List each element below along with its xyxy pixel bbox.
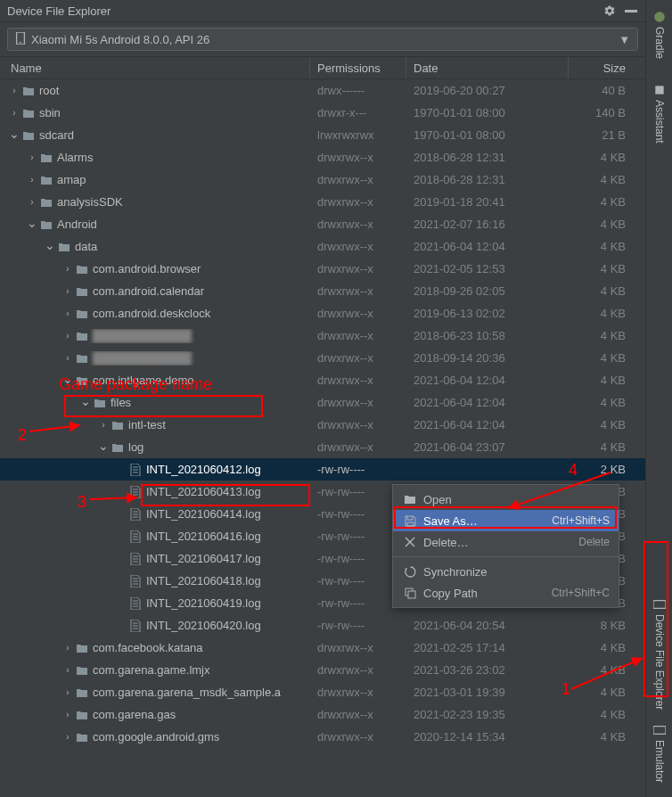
tab-gradle[interactable]: Gradle bbox=[650, 4, 669, 66]
expand-arrow-icon[interactable]: ⌄ bbox=[96, 440, 111, 453]
file-date: 2019-06-13 02:02 bbox=[406, 307, 569, 320]
svg-point-27 bbox=[654, 12, 665, 22]
file-date: 2021-06-04 23:07 bbox=[406, 440, 569, 454]
file-permissions: drwxrwx--x bbox=[310, 262, 406, 275]
expand-arrow-icon[interactable]: › bbox=[7, 108, 21, 118]
file-row[interactable]: ›Alarmsdrwxrwx--x2018-06-28 12:314 KB bbox=[0, 146, 645, 168]
svg-rect-2 bbox=[19, 42, 22, 43]
expand-arrow-icon[interactable]: › bbox=[96, 420, 111, 430]
expand-arrow-icon[interactable]: › bbox=[61, 687, 75, 697]
file-row[interactable]: ⌄Androiddrwxrwx--x2021-02-07 16:164 KB bbox=[0, 213, 645, 235]
expand-arrow-icon[interactable]: › bbox=[25, 175, 39, 185]
menu-item-synchronize[interactable]: Synchronize bbox=[393, 561, 619, 582]
file-date: 2018-06-28 12:31 bbox=[406, 173, 569, 186]
panel-header: Device File Explorer bbox=[0, 0, 645, 22]
menu-item-label: Save As… bbox=[423, 514, 552, 528]
expand-arrow-icon[interactable]: ⌄ bbox=[61, 374, 75, 386]
menu-item-shortcut: Ctrl+Shift+C bbox=[552, 587, 610, 599]
save-icon bbox=[402, 515, 418, 527]
expand-arrow-icon[interactable]: › bbox=[25, 152, 39, 162]
file-row[interactable]: ›com.garena.gasdrwxrwx--x2021-02-23 19:3… bbox=[0, 703, 645, 726]
expand-arrow-icon[interactable]: › bbox=[61, 710, 75, 719]
file-size: 4 KB bbox=[569, 396, 636, 409]
file-size: 2 KB bbox=[569, 463, 636, 476]
expand-arrow-icon[interactable]: ⌄ bbox=[78, 396, 93, 408]
expand-arrow-icon[interactable]: › bbox=[61, 331, 75, 341]
expand-arrow-icon[interactable]: › bbox=[61, 665, 75, 675]
expand-arrow-icon[interactable]: › bbox=[7, 86, 21, 95]
tab-assistant[interactable]: Assistant bbox=[650, 77, 669, 151]
file-size: 140 B bbox=[569, 106, 636, 119]
tab-device-file-explorer[interactable]: Device File Explorer bbox=[650, 591, 669, 717]
file-permissions: -rw-rw---- bbox=[310, 463, 406, 476]
expand-arrow-icon[interactable]: ⌄ bbox=[25, 218, 39, 230]
column-header-name[interactable]: Name bbox=[0, 57, 310, 78]
expand-arrow-icon[interactable]: › bbox=[61, 643, 75, 653]
file-row[interactable]: ⌄datadrwxrwx--x2021-06-04 12:044 KB bbox=[0, 235, 645, 258]
minimize-icon[interactable] bbox=[624, 4, 638, 18]
menu-item-save-as[interactable]: Save As…Ctrl+Shift+S bbox=[393, 510, 619, 531]
expand-arrow-icon[interactable]: › bbox=[61, 264, 75, 274]
file-row[interactable]: ›intl-testdrwxrwx--x2021-06-04 12:044 KB bbox=[0, 414, 645, 436]
device-selector-dropdown[interactable]: Xiaomi Mi 5s Android 8.0.0, API 26 ▼ bbox=[7, 28, 638, 51]
column-header-permissions[interactable]: Permissions bbox=[310, 57, 406, 78]
file-row[interactable]: ›com.google.android.gmsdrwxrwx--x2020-12… bbox=[0, 726, 645, 748]
file-permissions: drwxrwx--x bbox=[310, 218, 406, 231]
folder-icon bbox=[111, 440, 125, 455]
folder-icon bbox=[57, 240, 71, 254]
expand-arrow-icon[interactable]: › bbox=[61, 308, 75, 318]
file-permissions: drwxrwx--x bbox=[310, 173, 406, 186]
file-row[interactable]: ›amapdrwxrwx--x2018-06-28 12:314 KB bbox=[0, 168, 645, 191]
file-size: 40 B bbox=[569, 84, 636, 97]
file-row[interactable]: ›INTL_2021060412.log-rw-rw----2 KB bbox=[0, 458, 645, 481]
file-row[interactable]: ›████████████drwxrwx--x2018-09-14 20:364… bbox=[0, 347, 645, 369]
file-row[interactable]: ⌄com.intlgame.demodrwxrwx--x2021-06-04 1… bbox=[0, 369, 645, 391]
file-row[interactable]: ›sbindrwxr-x---1970-01-01 08:00140 B bbox=[0, 102, 645, 124]
file-row[interactable]: ›com.android.calendardrwxrwx--x2018-09-2… bbox=[0, 280, 645, 302]
file-permissions: drwxrwx--x bbox=[310, 730, 406, 744]
file-permissions: drwxrwx--x bbox=[310, 195, 406, 209]
expand-arrow-icon[interactable]: › bbox=[25, 197, 39, 207]
file-name: Android bbox=[57, 218, 97, 231]
file-size: 4 KB bbox=[569, 151, 636, 164]
file-name: sdcard bbox=[39, 128, 74, 142]
file-row[interactable]: ›analysisSDKdrwxrwx--x2019-01-18 20:414 … bbox=[0, 191, 645, 213]
expand-arrow-icon[interactable]: ⌄ bbox=[7, 128, 21, 141]
file-permissions: drwxrwx--x bbox=[310, 440, 406, 454]
file-row[interactable]: ›com.garena.game.lmjxdrwxrwx--x2021-03-2… bbox=[0, 659, 645, 681]
menu-item-copy-path[interactable]: Copy PathCtrl+Shift+C bbox=[393, 582, 619, 604]
column-header-size[interactable]: Size bbox=[569, 57, 636, 78]
file-icon bbox=[128, 507, 143, 522]
file-row[interactable]: ⌄logdrwxrwx--x2021-06-04 23:074 KB bbox=[0, 436, 645, 458]
file-row[interactable]: ›INTL_2021060420.log-rw-rw----2021-06-04… bbox=[0, 614, 645, 637]
menu-item-label: Delete… bbox=[423, 536, 578, 549]
file-row[interactable]: ›████████████drwxrwx--x2018-06-23 10:584… bbox=[0, 325, 645, 347]
file-size: 4 KB bbox=[569, 195, 636, 209]
file-size: 4 KB bbox=[569, 351, 636, 365]
expand-arrow-icon[interactable]: › bbox=[61, 732, 75, 742]
expand-arrow-icon[interactable]: › bbox=[61, 286, 75, 296]
column-header-date[interactable]: Date bbox=[406, 57, 569, 78]
settings-gear-icon[interactable] bbox=[602, 4, 617, 18]
file-permissions: drwxrwx--x bbox=[310, 418, 406, 431]
file-row[interactable]: ›com.garena.garena_msdk_sample.adrwxrwx-… bbox=[0, 681, 645, 703]
expand-arrow-icon[interactable]: › bbox=[61, 353, 75, 363]
expand-arrow-icon[interactable]: ⌄ bbox=[43, 240, 57, 252]
menu-item-open[interactable]: Open bbox=[393, 489, 619, 510]
table-header: Name Permissions Date Size bbox=[0, 56, 645, 79]
file-row[interactable]: ›rootdrwx------2019-06-20 00:2740 B bbox=[0, 79, 645, 102]
file-name: com.garena.game.lmjx bbox=[93, 663, 210, 677]
file-row[interactable]: ⌄sdcardlrwxrwxrwx1970-01-01 08:0021 B bbox=[0, 124, 645, 146]
file-tree[interactable]: ›rootdrwx------2019-06-20 00:2740 B›sbin… bbox=[0, 79, 645, 797]
file-row[interactable]: ›com.android.deskclockdrwxrwx--x2019-06-… bbox=[0, 302, 645, 325]
file-name: data bbox=[75, 240, 97, 253]
file-row[interactable]: ›com.facebook.katanadrwxrwx--x2021-02-25… bbox=[0, 637, 645, 659]
file-row[interactable]: ⌄filesdrwxrwx--x2021-06-04 12:044 KB bbox=[0, 391, 645, 414]
menu-item-delete[interactable]: Delete…Delete bbox=[393, 531, 619, 553]
file-row[interactable]: ›com.android.browserdrwxrwx--x2021-02-05… bbox=[0, 258, 645, 280]
file-name: INTL_2021060418.log bbox=[146, 574, 261, 587]
file-name: INTL_2021060420.log bbox=[146, 619, 261, 632]
file-name: com.facebook.katana bbox=[93, 641, 203, 654]
tab-emulator[interactable]: Emulator bbox=[650, 717, 669, 790]
file-permissions: drwxrwx--x bbox=[310, 329, 406, 342]
